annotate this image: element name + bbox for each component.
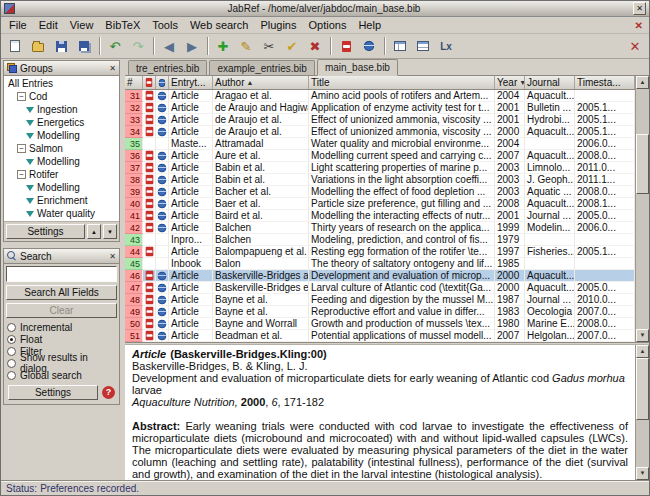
table-row[interactable]: 49ArticleBayne et al.Reproductive effort… [125,306,635,318]
mark-entries-button[interactable]: ✔ [281,35,303,57]
menu-options[interactable]: Options [302,18,352,32]
edit-entry-button[interactable]: ✎ [235,35,257,57]
table-row[interactable]: 38ArticleBabin et al.Variations in the l… [125,174,635,186]
back-button[interactable]: ◀ [158,35,180,57]
table-row[interactable]: 31ArticleAragao et al.Amino acid pools o… [125,90,635,102]
table-row[interactable]: 39ArticleBacher et al.Modelling the effe… [125,186,635,198]
expander-icon[interactable]: − [17,92,26,101]
open-url-button[interactable] [358,35,380,57]
group-move-up-button[interactable]: ▲ [87,224,101,239]
close-pane-button[interactable]: ✕ [624,35,646,57]
search-option-incremental[interactable]: Incremental [6,321,117,333]
preview-scrollbar[interactable]: ▲ ▼ [635,345,649,480]
expander-icon[interactable]: − [17,144,26,153]
menubar-close-icon[interactable]: ✕ [631,20,647,31]
cut-button[interactable]: ✂ [258,35,280,57]
table-scroll-down-icon[interactable]: ▼ [636,329,649,342]
table-row[interactable]: 34Articlede Araujo et al.Effect of union… [125,126,635,138]
redo-button[interactable]: ↷ [127,35,149,57]
column-header-pdf[interactable] [143,76,156,89]
menu-plugins[interactable]: Plugins [254,18,302,32]
table-row[interactable]: 35Maste...AttramadalWater quality and mi… [125,138,635,150]
preview-scroll-up-icon[interactable]: ▲ [636,345,649,358]
menu-edit[interactable]: Edit [33,18,64,32]
table-row[interactable]: 43Inpro...BalchenModeling, prediction, a… [125,234,635,246]
preview-scroll-down-icon[interactable]: ▼ [636,467,649,480]
group-item-water-quality[interactable]: Water quality [4,207,119,220]
clear-search-button[interactable]: Clear [6,303,117,318]
table-row[interactable]: 40ArticleBaer et al.Particle size prefer… [125,198,635,210]
tab-tre-entries-bib[interactable]: tre_entries.bib [128,60,207,75]
menu-bibtex[interactable]: BibTeX [99,18,146,32]
table-row[interactable]: 37ArticleBabin et al.Light scattering pr… [125,162,635,174]
table-scrollbar[interactable]: ▲ ▼ [635,76,649,342]
open-database-button[interactable] [27,35,49,57]
radio-icon[interactable] [7,371,16,380]
push-to-lyx-button[interactable]: Lx [435,35,457,57]
tab-main-base-bib[interactable]: main_base.bib [317,59,398,76]
table-row[interactable]: 50ArticleBayne and WorrallGrowth and pro… [125,318,635,330]
menu-view[interactable]: View [64,18,100,32]
search-panel-close-icon[interactable]: ✕ [109,252,116,261]
window-close-button[interactable]: ✕ [633,2,646,15]
save-all-button[interactable] [73,35,95,57]
column-header-num[interactable]: # [125,76,143,89]
toggle-preview-button[interactable] [412,35,434,57]
tab-example-entries-bib[interactable]: example_entries.bib [209,60,315,75]
radio-icon[interactable] [7,335,16,344]
open-file-button[interactable] [335,35,357,57]
group-move-down-button[interactable]: ▼ [103,224,117,239]
table-scroll-thumb[interactable] [636,134,649,194]
radio-icon[interactable] [7,323,16,332]
column-header-year[interactable]: Year▼ [495,76,525,89]
table-row[interactable]: 42ArticleBalchenThirty years of research… [125,222,635,234]
table-row[interactable]: 44ArticleBalompapueng et al.Resting egg … [125,246,635,258]
column-header-url[interactable] [156,76,169,89]
table-row[interactable]: 47ArticleBaskerville-Bridges et al.Larva… [125,282,635,294]
column-header-author[interactable]: Author▲ [213,76,309,89]
save-database-button[interactable] [50,35,72,57]
table-row[interactable]: 51ArticleBeadman et al.Potential applica… [125,330,635,342]
table-scroll-track[interactable] [636,89,649,329]
search-all-fields-button[interactable]: Search All Fields [6,285,117,300]
group-item-modelling[interactable]: Modelling [4,155,119,168]
group-item-modelling[interactable]: Modelling [4,181,119,194]
preview-scroll-track[interactable] [636,358,649,467]
group-item-enrichment[interactable]: Enrichment [4,194,119,207]
column-header-timestamp[interactable]: Timesta... [575,76,635,89]
group-item-salmon[interactable]: −Salmon [4,142,119,155]
menu-tools[interactable]: Tools [146,18,184,32]
forward-button[interactable]: ▶ [181,35,203,57]
table-row[interactable]: 46ArticleBaskerville-Bridges and Kli...D… [125,270,635,282]
search-settings-button[interactable]: Settings [8,385,98,400]
group-item-cod[interactable]: −Cod [4,90,119,103]
table-row[interactable]: 32Articlede Araujo and HagiwaraApplicati… [125,102,635,114]
preview-scroll-thumb[interactable] [636,358,649,420]
toggle-groups-button[interactable] [389,35,411,57]
table-row[interactable]: 36ArticleAure et al.Modelling current sp… [125,150,635,162]
group-item-modelling[interactable]: Modelling [4,129,119,142]
table-row[interactable]: 45InbookBalonThe theory of saltatory ont… [125,258,635,270]
menu-file[interactable]: File [3,18,33,32]
table-scroll-up-icon[interactable]: ▲ [636,76,649,89]
group-item-ingestion[interactable]: Ingestion [4,103,119,116]
group-item-rotifer[interactable]: −Rotifer [4,168,119,181]
groups-settings-button[interactable]: Settings [6,224,85,239]
column-header-title[interactable]: Title [309,76,495,89]
column-header-type[interactable]: Entryt... [169,76,213,89]
group-item-energetics[interactable]: Energetics [4,116,119,129]
radio-icon[interactable] [7,359,16,368]
groups-panel-close-icon[interactable]: ✕ [109,64,116,73]
table-row[interactable]: 48ArticleBayne et al.Feeding and digesti… [125,294,635,306]
table-row[interactable]: 33Articlede Araujo et al.Effect of union… [125,114,635,126]
search-option-float[interactable]: Float [6,333,117,345]
new-database-button[interactable] [4,35,26,57]
search-input[interactable] [6,266,117,282]
menu-web-search[interactable]: Web search [184,18,255,32]
menu-help[interactable]: Help [352,18,387,32]
undo-button[interactable]: ↶ [104,35,126,57]
new-entry-button[interactable]: ✚ [212,35,234,57]
table-row[interactable]: 41ArticleBaird et al.Modelling the inter… [125,210,635,222]
column-header-journal[interactable]: Journal [525,76,575,89]
search-option-show-results-in-dialog[interactable]: Show results in dialog [6,357,117,369]
